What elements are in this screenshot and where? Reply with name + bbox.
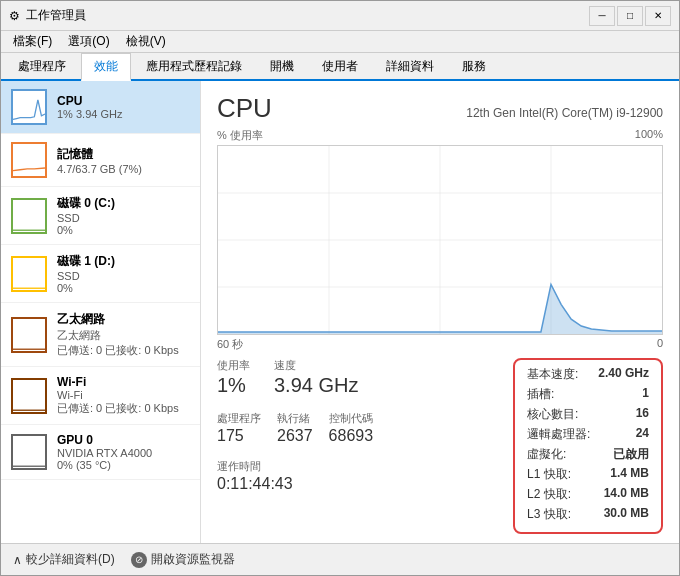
cpu-label: CPU 1% 3.94 GHz xyxy=(57,94,190,120)
chart-time-left: 60 秒 xyxy=(217,337,243,352)
tab-processes[interactable]: 處理程序 xyxy=(5,53,79,79)
main-panel: CPU 12th Gen Intel(R) Core(TM) i9-12900 … xyxy=(201,81,679,543)
window: ⚙ 工作管理員 ─ □ ✕ 檔案(F) 選項(O) 檢視(V) 處理程序 效能 … xyxy=(0,0,680,576)
stats-left: 使用率 1% 速度 3.94 GHz 處理程序 175 xyxy=(217,358,497,534)
cpu-name: CPU xyxy=(57,94,190,108)
menu-view[interactable]: 檢視(V) xyxy=(118,31,174,52)
tab-details[interactable]: 詳細資料 xyxy=(373,53,447,79)
memory-name: 記憶體 xyxy=(57,146,190,163)
disk1-graph-icon xyxy=(11,256,47,292)
less-details-label: 較少詳細資料(D) xyxy=(26,551,115,568)
sidebar-item-memory[interactable]: 記憶體 4.7/63.7 GB (7%) xyxy=(1,134,200,187)
info-base-speed: 基本速度: 2.40 GHz xyxy=(527,366,649,383)
wifi-graph-icon xyxy=(11,378,47,414)
ethernet-sub2: 已傳送: 0 已接收: 0 Kbps xyxy=(57,343,190,358)
handles-label: 控制代碼 xyxy=(329,411,374,426)
tab-app-history[interactable]: 應用程式歷程記錄 xyxy=(133,53,255,79)
chart-time-row: 60 秒 0 xyxy=(217,337,663,352)
memory-graph-icon xyxy=(11,142,47,178)
window-title: 工作管理員 xyxy=(26,7,86,24)
close-button[interactable]: ✕ xyxy=(645,6,671,26)
main-subtitle: 12th Gen Intel(R) Core(TM) i9-12900 xyxy=(466,106,663,120)
stat-usage: 使用率 1% xyxy=(217,358,250,397)
footer: ∧ 較少詳細資料(D) ⊘ 開啟資源監視器 xyxy=(1,543,679,575)
info-logical: 邏輯處理器: 24 xyxy=(527,426,649,443)
disk1-label: 磁碟 1 (D:) SSD 0% xyxy=(57,253,190,294)
wifi-name: Wi-Fi xyxy=(57,375,190,389)
processes-label: 處理程序 xyxy=(217,411,261,426)
title-bar: ⚙ 工作管理員 ─ □ ✕ xyxy=(1,1,679,31)
sidebar-item-disk1[interactable]: 磁碟 1 (D:) SSD 0% xyxy=(1,245,200,303)
sockets-label: 插槽: xyxy=(527,386,554,403)
usage-label: 使用率 xyxy=(217,358,250,373)
virtualization-value: 已啟用 xyxy=(613,446,649,463)
threads-value: 2637 xyxy=(277,426,313,445)
gpu0-name: GPU 0 xyxy=(57,433,190,447)
speed-value: 3.94 GHz xyxy=(274,373,358,397)
base-speed-value: 2.40 GHz xyxy=(598,366,649,383)
wifi-label: Wi-Fi Wi-Fi 已傳送: 0 已接收: 0 Kbps xyxy=(57,375,190,416)
content: CPU 1% 3.94 GHz 記憶體 4.7/63.7 GB (7%) xyxy=(1,81,679,543)
gpu-graph-icon xyxy=(11,434,47,470)
tab-startup[interactable]: 開機 xyxy=(257,53,307,79)
sidebar-item-cpu[interactable]: CPU 1% 3.94 GHz xyxy=(1,81,200,134)
main-header: CPU 12th Gen Intel(R) Core(TM) i9-12900 xyxy=(217,93,663,124)
menu-options[interactable]: 選項(O) xyxy=(60,31,117,52)
stat-threads: 執行緒 2637 xyxy=(277,411,313,445)
open-monitor-label: 開啟資源監視器 xyxy=(151,551,235,568)
sidebar-item-wifi[interactable]: Wi-Fi Wi-Fi 已傳送: 0 已接收: 0 Kbps xyxy=(1,367,200,425)
l3-value: 30.0 MB xyxy=(604,506,649,523)
info-l2: L2 快取: 14.0 MB xyxy=(527,486,649,503)
tab-services[interactable]: 服務 xyxy=(449,53,499,79)
l1-value: 1.4 MB xyxy=(610,466,649,483)
title-bar-text: ⚙ 工作管理員 xyxy=(9,7,589,24)
sidebar-item-ethernet[interactable]: 乙太網路 乙太網路 已傳送: 0 已接收: 0 Kbps xyxy=(1,303,200,367)
open-monitor-button[interactable]: ⊘ 開啟資源監視器 xyxy=(131,551,235,568)
sidebar-item-disk0[interactable]: 磁碟 0 (C:) SSD 0% xyxy=(1,187,200,245)
main-title: CPU xyxy=(217,93,272,124)
logical-value: 24 xyxy=(636,426,649,443)
cores-label: 核心數目: xyxy=(527,406,578,423)
disk1-sub2: 0% xyxy=(57,282,190,294)
cpu-graph-icon xyxy=(11,89,47,125)
disk0-graph-icon xyxy=(11,198,47,234)
menu-file[interactable]: 檔案(F) xyxy=(5,31,60,52)
tabs-bar: 處理程序 效能 應用程式歷程記錄 開機 使用者 詳細資料 服務 xyxy=(1,53,679,81)
memory-label: 記憶體 4.7/63.7 GB (7%) xyxy=(57,146,190,175)
chart-container xyxy=(217,145,663,335)
virtualization-label: 虛擬化: xyxy=(527,446,566,463)
gpu0-label: GPU 0 NVIDIA RTX A4000 0% (35 °C) xyxy=(57,433,190,471)
maximize-button[interactable]: □ xyxy=(617,6,643,26)
ethernet-sub1: 乙太網路 xyxy=(57,328,190,343)
menu-bar: 檔案(F) 選項(O) 檢視(V) xyxy=(1,31,679,53)
chart-svg xyxy=(218,146,662,334)
stat-handles: 控制代碼 68693 xyxy=(329,411,374,445)
logical-label: 邏輯處理器: xyxy=(527,426,590,443)
monitor-icon: ⊘ xyxy=(131,552,147,568)
disk0-sub1: SSD xyxy=(57,212,190,224)
info-l1: L1 快取: 1.4 MB xyxy=(527,466,649,483)
disk1-sub1: SSD xyxy=(57,270,190,282)
disk0-label: 磁碟 0 (C:) SSD 0% xyxy=(57,195,190,236)
less-details-button[interactable]: ∧ 較少詳細資料(D) xyxy=(13,551,115,568)
memory-sub: 4.7/63.7 GB (7%) xyxy=(57,163,190,175)
sockets-value: 1 xyxy=(642,386,649,403)
gpu0-sub1: NVIDIA RTX A4000 xyxy=(57,447,190,459)
sidebar-item-gpu0[interactable]: GPU 0 NVIDIA RTX A4000 0% (35 °C) xyxy=(1,425,200,480)
l2-label: L2 快取: xyxy=(527,486,571,503)
cores-value: 16 xyxy=(636,406,649,423)
uptime-label: 運作時間 xyxy=(217,459,497,474)
usage-value: 1% xyxy=(217,373,250,397)
l1-label: L1 快取: xyxy=(527,466,571,483)
info-l3: L3 快取: 30.0 MB xyxy=(527,506,649,523)
tab-performance[interactable]: 效能 xyxy=(81,53,131,81)
minimize-button[interactable]: ─ xyxy=(589,6,615,26)
chart-y-label: % 使用率 xyxy=(217,128,263,143)
chart-label-row: % 使用率 100% xyxy=(217,128,663,143)
ethernet-name: 乙太網路 xyxy=(57,311,190,328)
handles-value: 68693 xyxy=(329,426,374,445)
title-controls: ─ □ ✕ xyxy=(589,6,671,26)
chevron-up-icon: ∧ xyxy=(13,553,22,567)
tab-users[interactable]: 使用者 xyxy=(309,53,371,79)
base-speed-label: 基本速度: xyxy=(527,366,578,383)
